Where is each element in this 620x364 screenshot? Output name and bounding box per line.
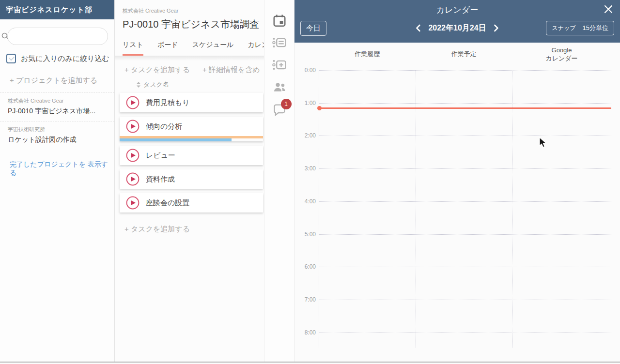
hour-gridline: 2:00 bbox=[319, 136, 611, 136]
sort-by-task-name[interactable]: タスク名 bbox=[115, 75, 264, 93]
sidebar: 宇宙ビジネスロケット部 お気に入りのみに絞り込む + プロジェクトを追加する 株… bbox=[0, 0, 115, 364]
tab-calendar[interactable]: カレンダー bbox=[248, 41, 264, 56]
column-header-work-history: 作業履歴 bbox=[319, 50, 416, 59]
next-day-icon[interactable] bbox=[494, 24, 499, 32]
prev-day-icon[interactable] bbox=[415, 24, 421, 32]
time-label: 8:00 bbox=[294, 329, 316, 336]
project-company-label: 株式会社 Creative Gear bbox=[8, 97, 108, 105]
column-header-google-calendar: Google カレンダー bbox=[512, 46, 611, 62]
timeline-add-icon[interactable] bbox=[272, 58, 287, 73]
project-name: ロケット設計図の作成 bbox=[8, 136, 108, 144]
task-name: レビュー bbox=[146, 151, 175, 160]
workspace-title: 宇宙ビジネスロケット部 bbox=[0, 0, 114, 19]
column-gridline bbox=[416, 70, 416, 348]
task-row[interactable]: レビュー bbox=[120, 146, 263, 165]
current-time-line bbox=[319, 107, 611, 109]
add-task-button-bottom[interactable]: + タスクを追加する bbox=[115, 217, 264, 234]
task-row-with-progress[interactable]: 傾向の分析 bbox=[120, 117, 263, 141]
today-button-label: 今日 bbox=[306, 24, 321, 33]
sort-icon bbox=[136, 81, 141, 88]
snap-value: 15分単位 bbox=[583, 24, 608, 32]
task-name: 座談会の設置 bbox=[146, 198, 189, 208]
calendar-icon[interactable] bbox=[272, 14, 287, 28]
favorites-filter-checkbox[interactable] bbox=[6, 54, 16, 63]
add-task-details-button[interactable]: + 詳細情報を含め bbox=[202, 65, 260, 75]
progress-bar-actual bbox=[120, 138, 232, 141]
time-label: 0:00 bbox=[294, 67, 316, 74]
play-button-icon[interactable] bbox=[126, 120, 140, 133]
task-row[interactable]: 座談会の設置 bbox=[120, 193, 263, 212]
hour-gridline: 3:00 bbox=[319, 168, 611, 169]
side-toolbar: 1 bbox=[264, 0, 294, 364]
task-name: 費用見積もり bbox=[146, 98, 190, 107]
favorites-filter-label: お気に入りのみに絞り込む bbox=[21, 54, 109, 63]
play-button-icon[interactable] bbox=[126, 196, 140, 210]
task-row[interactable]: 資料作成 bbox=[120, 169, 263, 189]
task-row[interactable]: 傾向の分析 bbox=[120, 117, 263, 136]
hour-gridline: 8:00 bbox=[319, 333, 611, 333]
messages-icon[interactable]: 1 bbox=[272, 103, 287, 117]
time-label: 1:00 bbox=[294, 100, 316, 106]
current-time-dot bbox=[317, 106, 322, 110]
hour-gridline: 5:00 bbox=[319, 234, 611, 235]
calendar-title: カレンダー bbox=[294, 0, 620, 15]
notification-badge: 1 bbox=[281, 99, 292, 109]
show-completed-projects-link[interactable]: 完了したプロジェクトを 表示する bbox=[10, 160, 114, 178]
header-shadow bbox=[115, 56, 264, 61]
hour-gridline: 7:00 bbox=[319, 300, 611, 300]
column-gridline bbox=[319, 70, 319, 348]
play-button-icon[interactable] bbox=[126, 96, 140, 109]
today-button[interactable]: 今日 bbox=[300, 21, 326, 36]
time-label: 6:00 bbox=[294, 263, 316, 270]
date-label: 2022年10月24日 bbox=[428, 23, 486, 33]
members-icon[interactable] bbox=[272, 80, 287, 95]
snap-setting-button[interactable]: スナップ 15分単位 bbox=[546, 21, 614, 35]
tab-board[interactable]: ボード bbox=[157, 41, 178, 56]
project-company-label: 宇宙技術研究所 bbox=[8, 126, 108, 133]
add-task-button[interactable]: + タスクを追加する bbox=[124, 65, 190, 75]
project-company-label: 株式会社 Creative Gear bbox=[123, 7, 264, 15]
calendar-panel: カレンダー 今日 2022年10月24日 スナップ bbox=[294, 0, 620, 364]
sidebar-project-item-2[interactable]: 宇宙技術研究所 ロケット設計図の作成 bbox=[0, 121, 114, 150]
time-label: 5:00 bbox=[294, 231, 316, 238]
tab-list[interactable]: リスト bbox=[123, 41, 143, 56]
project-panel: 株式会社 Creative Gear PJ-0010 宇宙ビジネス市場調査 リス… bbox=[115, 0, 264, 364]
calendar-header: カレンダー 今日 2022年10月24日 スナップ bbox=[294, 0, 620, 43]
app-window: 宇宙ビジネスロケット部 お気に入りのみに絞り込む + プロジェクトを追加する 株… bbox=[0, 0, 620, 364]
calendar-grid[interactable]: 作業履歴 作業予定 Google カレンダー 0:00 1:00 2:00 3:… bbox=[294, 43, 620, 364]
task-name: 傾向の分析 bbox=[146, 122, 182, 131]
hour-gridline: 1:00 bbox=[319, 103, 611, 104]
time-label: 7:00 bbox=[294, 296, 316, 303]
play-button-icon[interactable] bbox=[126, 172, 140, 186]
add-project-button[interactable]: + プロジェクトを追加する bbox=[10, 76, 114, 85]
project-title: PJ-0010 宇宙ビジネス市場調査 bbox=[123, 18, 264, 31]
close-icon[interactable] bbox=[604, 4, 613, 14]
snap-label: スナップ bbox=[552, 24, 575, 32]
task-name: 資料作成 bbox=[146, 175, 175, 184]
tab-schedule[interactable]: スケジュール bbox=[192, 41, 234, 56]
column-gridline bbox=[512, 70, 512, 348]
sort-column-label: タスク名 bbox=[143, 80, 169, 89]
column-header-work-schedule: 作業予定 bbox=[416, 50, 512, 59]
project-name: PJ-0010 宇宙ビジネス市場... bbox=[8, 107, 108, 116]
task-list: 費用見積もり 傾向の分析 レビュー bbox=[115, 93, 264, 212]
date-navigation: 2022年10月24日 bbox=[415, 23, 499, 33]
sidebar-project-item-1[interactable]: 株式会社 Creative Gear PJ-0010 宇宙ビジネス市場... bbox=[0, 93, 114, 121]
hour-gridline: 0:00 bbox=[319, 70, 611, 71]
view-tabs: リスト ボード スケジュール カレンダー bbox=[115, 31, 264, 56]
window-bottom-edge bbox=[0, 362, 620, 364]
task-row[interactable]: 費用見積もり bbox=[120, 93, 263, 112]
time-label: 4:00 bbox=[294, 198, 316, 205]
hour-gridline: 4:00 bbox=[319, 201, 611, 202]
hour-gridline: 6:00 bbox=[319, 267, 611, 267]
time-label: 2:00 bbox=[294, 132, 316, 139]
time-label: 3:00 bbox=[294, 165, 316, 172]
search-input[interactable] bbox=[7, 28, 108, 45]
play-button-icon[interactable] bbox=[126, 149, 140, 162]
timeline-list-icon[interactable] bbox=[272, 36, 287, 50]
